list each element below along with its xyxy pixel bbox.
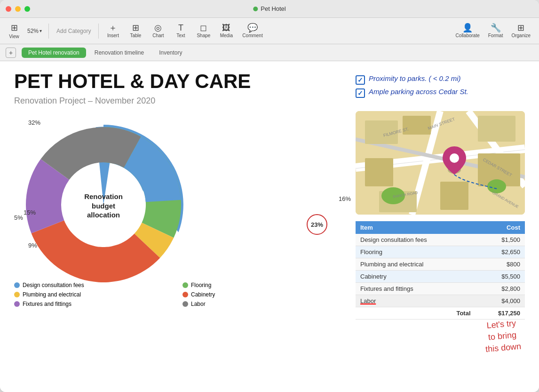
donut-wrapper: Renovation budget allocation bbox=[14, 115, 193, 296]
insert-button[interactable]: ＋ Insert bbox=[103, 22, 123, 40]
comment-icon: 💬 bbox=[247, 24, 258, 32]
table-cell-cost: $5,500 bbox=[476, 271, 525, 283]
table-cell-item: Fixtures and fittings bbox=[356, 283, 476, 295]
handwriting-annotation: Let's tryto bringthis down bbox=[483, 317, 522, 356]
donut-chart-container: 32% 5% bbox=[14, 115, 341, 296]
checkbox-row-1: Ample parking across Cedar St. bbox=[356, 88, 525, 98]
table-cell-item: Flooring bbox=[356, 246, 476, 258]
right-panel: Proximity to parks. ( < 0.2 mi) Ample pa… bbox=[356, 71, 525, 383]
tab-pet-hotel-renovation[interactable]: Pet Hotel renovation bbox=[22, 48, 86, 58]
toolbar: ⊞ View 52% ▾ Add Category ＋ Insert ⊞ Tab… bbox=[0, 18, 539, 44]
table-row: Plumbing and electrical$800 bbox=[356, 258, 525, 271]
legend-dot-5 bbox=[182, 301, 188, 307]
data-table-container: Item Cost Design consultation fees$1,500… bbox=[356, 221, 525, 320]
checkbox-row-0: Proximity to parks. ( < 0.2 mi) bbox=[356, 74, 525, 85]
data-table: Item Cost Design consultation fees$1,500… bbox=[356, 221, 525, 320]
col-header-item: Item bbox=[356, 221, 476, 234]
add-tab-button[interactable]: + bbox=[6, 48, 16, 58]
organize-icon: ⊞ bbox=[517, 24, 524, 32]
main-content: PET HOTEL & DAY CARE Renovation Project … bbox=[0, 61, 539, 392]
table-cell-item: Plumbing and electrical bbox=[356, 258, 476, 271]
zoom-control[interactable]: 52% ▾ bbox=[24, 26, 45, 36]
comment-button[interactable]: 💬 Comment bbox=[238, 22, 266, 40]
table-cell-cost: $1,500 bbox=[476, 234, 525, 246]
minimize-button[interactable] bbox=[15, 6, 21, 12]
organize-button[interactable]: ⊞ Organize bbox=[507, 22, 534, 40]
chart-label-9: 9% bbox=[28, 242, 37, 249]
table-row: Fixtures and fittings$2,800 bbox=[356, 283, 525, 295]
tab-renovation-timeline[interactable]: Renovation timeline bbox=[88, 48, 151, 58]
page-subtitle: Renovation Project – November 2020 bbox=[14, 96, 341, 106]
svg-rect-8 bbox=[365, 158, 393, 186]
toolbar-right: 👤 Collaborate 🔧 Format ⊞ Organize bbox=[452, 22, 534, 40]
legend-dot-4 bbox=[14, 301, 20, 307]
view-button[interactable]: ⊞ View bbox=[5, 21, 24, 41]
chart-label-15: 15% bbox=[24, 209, 36, 216]
window-title: Pet Hotel bbox=[253, 5, 285, 12]
total-label: Total bbox=[356, 307, 476, 320]
table-row: Flooring$2,650 bbox=[356, 246, 525, 258]
checkbox-icon-0 bbox=[356, 75, 365, 85]
media-button[interactable]: 🖼 Media bbox=[216, 22, 237, 40]
map-container: FILMORE ST. MAIN STREET CEDAR STREET RAN… bbox=[356, 111, 525, 215]
zoom-arrow-icon: ▾ bbox=[40, 28, 42, 33]
table-cell-cost: $2,800 bbox=[476, 283, 525, 295]
table-row: Design consultation fees$1,500 bbox=[356, 234, 525, 246]
format-icon: 🔧 bbox=[491, 24, 501, 32]
donut-row: Renovation budget allocation 16% bbox=[14, 115, 341, 296]
shape-button[interactable]: ◻ Shape bbox=[193, 22, 214, 40]
close-button[interactable] bbox=[6, 6, 11, 12]
chart-button[interactable]: ◎ Chart bbox=[148, 22, 168, 40]
insert-icon: ＋ bbox=[109, 24, 117, 32]
chart-label-16: 16% bbox=[339, 195, 351, 202]
table-cell-cost: $2,650 bbox=[476, 246, 525, 258]
svg-rect-7 bbox=[403, 116, 431, 135]
view-icon: ⊞ bbox=[11, 23, 18, 33]
table-button[interactable]: ⊞ Table bbox=[125, 22, 146, 40]
table-cell-cost: $4,000 bbox=[476, 295, 525, 307]
format-button[interactable]: 🔧 Format bbox=[484, 22, 507, 40]
left-panel: PET HOTEL & DAY CARE Renovation Project … bbox=[14, 71, 341, 383]
table-icon: ⊞ bbox=[132, 24, 139, 32]
text-icon: T bbox=[178, 24, 183, 32]
legend-item-5: Labor bbox=[182, 301, 341, 307]
shape-icon: ◻ bbox=[200, 24, 207, 32]
media-icon: 🖼 bbox=[222, 24, 230, 32]
table-cell-item: Cabinetry bbox=[356, 271, 476, 283]
map-svg: FILMORE ST. MAIN STREET CEDAR STREET RAN… bbox=[356, 111, 525, 215]
view-group: ⊞ View 52% ▾ bbox=[5, 21, 45, 41]
svg-rect-12 bbox=[440, 182, 468, 210]
collaborate-button[interactable]: 👤 Collaborate bbox=[452, 22, 484, 40]
svg-point-14 bbox=[487, 179, 506, 193]
donut-center-label: Renovation budget allocation bbox=[75, 192, 132, 220]
checkbox-icon-1 bbox=[356, 88, 365, 98]
table-cell-item: Labor bbox=[356, 295, 476, 307]
chart-area: 32% 5% bbox=[14, 115, 341, 383]
traffic-lights bbox=[6, 6, 30, 12]
legend-item-4: Fixtures and fittings bbox=[14, 301, 173, 307]
table-cell-cost: $800 bbox=[476, 258, 525, 271]
page-title: PET HOTEL & DAY CARE bbox=[14, 71, 341, 92]
text-button[interactable]: T Text bbox=[170, 22, 191, 40]
maximize-button[interactable] bbox=[24, 6, 30, 12]
checkbox-area: Proximity to parks. ( < 0.2 mi) Ample pa… bbox=[356, 71, 525, 104]
col-header-cost: Cost bbox=[476, 221, 525, 234]
table-cell-item: Design consultation fees bbox=[356, 234, 476, 246]
chart-label-23: 23% bbox=[307, 214, 327, 235]
title-dot-icon bbox=[253, 7, 258, 11]
chart-icon: ◎ bbox=[154, 24, 162, 32]
divider-1 bbox=[48, 24, 49, 39]
svg-rect-9 bbox=[478, 116, 515, 142]
divider-2 bbox=[98, 24, 99, 39]
table-header-row: Item Cost bbox=[356, 221, 525, 234]
collaborate-icon: 👤 bbox=[462, 24, 473, 32]
table-row: Cabinetry$5,500 bbox=[356, 271, 525, 283]
tab-inventory[interactable]: Inventory bbox=[152, 48, 189, 58]
table-total-row: Total $17,250 bbox=[356, 307, 525, 320]
add-category-button[interactable]: Add Category bbox=[53, 26, 95, 36]
table-row: Labor$4,000 bbox=[356, 295, 525, 307]
titlebar: Pet Hotel bbox=[0, 0, 539, 18]
svg-point-21 bbox=[450, 153, 459, 163]
tabs-bar: + Pet Hotel renovation Renovation timeli… bbox=[0, 44, 539, 61]
main-window: Pet Hotel ⊞ View 52% ▾ Add Category ＋ In… bbox=[0, 0, 539, 392]
